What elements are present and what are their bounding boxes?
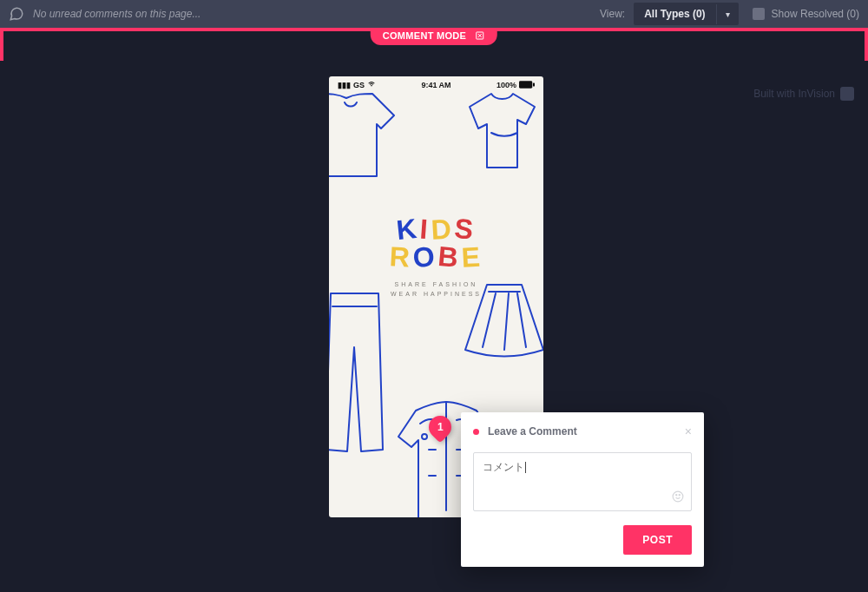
view-label: View: [600, 8, 625, 20]
comment-mode-tag[interactable]: COMMENT MODE [371, 28, 497, 45]
show-resolved-toggle[interactable]: Show Resolved (0) [753, 8, 859, 20]
comment-input-value: コメント [483, 461, 524, 473]
unread-comments-text: No unread comments on this page... [33, 8, 600, 20]
logo-line-1: KIDS [389, 215, 483, 243]
built-with-text: Built with InVision [753, 88, 835, 100]
comment-mode-rail-left [0, 31, 3, 61]
view-types-dropdown[interactable]: All Types (0) ▾ [634, 3, 738, 25]
comment-popover: Leave a Comment × コメント POST [461, 412, 704, 567]
top-bar: No unread comments on this page... View:… [0, 0, 868, 28]
svg-point-7 [679, 495, 680, 496]
show-resolved-label: Show Resolved (0) [772, 8, 859, 20]
popover-title: Leave a Comment [488, 425, 685, 437]
doodle-shirt [329, 85, 398, 189]
comment-mode-rail-right [865, 31, 868, 61]
dropdown-label: All Types (0) [634, 3, 715, 25]
comment-mode-label: COMMENT MODE [383, 30, 466, 41]
doodle-tshirt [457, 85, 543, 181]
doodle-pants [329, 289, 396, 463]
svg-point-5 [673, 491, 683, 502]
comment-pin-number: 1 [437, 421, 444, 433]
comment-icon [9, 6, 24, 22]
checkbox-icon[interactable] [753, 8, 765, 20]
post-button[interactable]: POST [623, 525, 692, 555]
comment-mode-close-icon[interactable] [475, 30, 485, 41]
status-dot-icon [473, 429, 479, 435]
logo-tagline: SHARE FASHION WEAR HAPPINESS [389, 280, 483, 299]
invision-logo-icon [840, 87, 854, 101]
clock-label: 9:41 AM [421, 81, 450, 89]
svg-point-3 [422, 434, 427, 439]
built-with-badge: Built with InVision [753, 87, 854, 101]
comment-input[interactable]: コメント [473, 452, 692, 511]
app-logo: KIDS ROBE SHARE FASHION WEAR HAPPINESS [389, 215, 483, 299]
chevron-down-icon[interactable]: ▾ [716, 4, 739, 24]
close-icon[interactable]: × [685, 424, 692, 438]
svg-point-6 [676, 495, 677, 496]
logo-line-2: ROBE [389, 243, 483, 271]
emoji-icon[interactable] [672, 490, 684, 505]
